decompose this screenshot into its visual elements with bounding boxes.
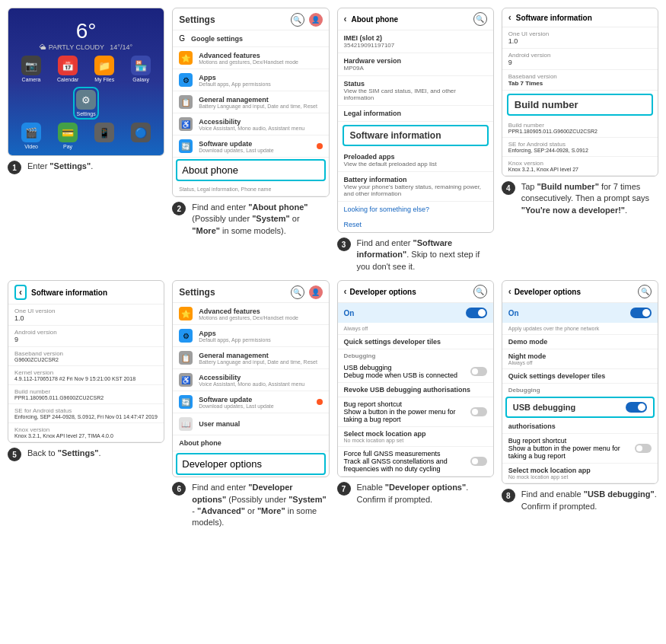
android-version-row: Android version 9 — [502, 49, 658, 70]
advanced-text: Advanced features Motions and gestures, … — [199, 52, 322, 65]
step-8-back-icon[interactable]: ‹ — [508, 286, 511, 297]
step-7-number: 7 — [337, 482, 351, 496]
s6-software-update[interactable]: 🔄 Software update Download updates, Last… — [173, 391, 328, 413]
s8-bug-title: Bug report shortcut — [508, 437, 635, 445]
s5-knox: Knox version Knox 3.2.1, Knox API level … — [8, 423, 164, 442]
developer-options-highlighted[interactable]: Developer options — [176, 453, 325, 475]
usb-toggle-on[interactable] — [626, 402, 647, 413]
accessibility-icon: ♿ — [179, 117, 193, 131]
step-6-user-icon[interactable]: 👤 — [309, 285, 323, 299]
s5-build: Build number PPR1.180905.011.G9600ZCU2CS… — [8, 385, 164, 404]
gnss-row[interactable]: Force full GNSS measurements Track all G… — [338, 447, 493, 477]
s6-general[interactable]: 📋 General management Battery Language an… — [173, 347, 328, 369]
s6-accessibility[interactable]: ♿ Accessibility Voice Assistant, Mono au… — [173, 369, 328, 391]
step-7-back-icon[interactable]: ‹ — [344, 286, 347, 297]
s8-mock-row[interactable]: Select mock location app No mock locatio… — [502, 464, 658, 483]
quick-settings-row[interactable]: Quick settings developer tiles — [338, 335, 493, 349]
general-text: General management Battery Language and … — [199, 96, 322, 109]
hw-value: MP09A — [344, 65, 487, 72]
bug-report-toggle[interactable] — [470, 407, 487, 416]
gnss-sub: Track all GNSS constellations and freque… — [344, 457, 470, 473]
s6-update-badge — [317, 399, 323, 405]
s6-apps[interactable]: ⚙ Apps Default apps, App permissions — [173, 325, 328, 347]
usb-highlighted-title: USB debugging — [513, 403, 576, 412]
sw-back-icon[interactable]: ‹ — [508, 12, 511, 23]
se-android-title: SE for Android status — [508, 141, 652, 148]
s5-android: Android version 9 — [8, 326, 164, 347]
software-info-highlighted[interactable]: Software information — [343, 125, 489, 146]
select-mock-row[interactable]: Select mock location app No mock locatio… — [338, 427, 493, 447]
s5-se-title: SE for Android status — [14, 407, 158, 414]
settings-about-phone-sub[interactable]: Status, Legal information, Phone name — [173, 183, 328, 196]
step-6-screen: Settings 🔍 👤 ⭐ Advanced features Motions… — [172, 280, 329, 477]
s8-quick-row[interactable]: Quick settings developer tiles — [502, 369, 658, 384]
revoke-row[interactable]: Revoke USB debugging authorisations — [338, 383, 493, 397]
search-icon[interactable]: 🔍 — [291, 13, 304, 27]
s6-advanced-icon: ⭐ — [179, 307, 193, 320]
build-number-highlighted[interactable]: Build number — [507, 94, 653, 116]
step-5-back-icon[interactable]: ‹ — [14, 285, 27, 300]
se-android-row: SE for Android status Enforcing, SEP:244… — [502, 138, 658, 157]
step-5-text: Back to "Settings". — [26, 448, 103, 459]
settings-apps[interactable]: ⚙ Apps Default apps, App permissions — [173, 69, 328, 91]
s8-auth-row[interactable]: authorisations — [502, 419, 658, 434]
battery-row[interactable]: Battery information View your phone's ba… — [338, 172, 493, 202]
settings-general[interactable]: 📋 General management Battery Language an… — [173, 91, 328, 113]
step-7-search-icon[interactable]: 🔍 — [473, 285, 487, 298]
gnss-title: Force full GNSS measurements — [344, 450, 470, 457]
s6-user-manual[interactable]: 📖 User manual — [173, 413, 328, 435]
step-6-header-icons: 🔍 👤 — [291, 285, 323, 299]
usb-debugging-highlighted[interactable]: USB debugging — [505, 397, 655, 418]
s8-bug-shortcut-row[interactable]: Bug report shortcut Show a button in the… — [502, 434, 658, 464]
home-app-camera: 📷 Camera — [14, 56, 48, 82]
debugging-label: Debugging — [338, 349, 493, 361]
s8-demo-title: Demo mode — [508, 338, 652, 346]
s6-about-phone[interactable]: About phone — [173, 435, 328, 451]
s8-night-row[interactable]: Night mode Always off — [502, 349, 658, 369]
back-arrow-icon[interactable]: ‹ — [344, 14, 347, 24]
s6-advanced[interactable]: ⭐ Advanced features Motions and gestures… — [173, 303, 328, 325]
gnss-toggle[interactable] — [470, 457, 487, 466]
settings-icon-highlight[interactable]: ⚙ Settings — [73, 87, 99, 120]
status-row[interactable]: Status View the SIM card status, IMEI, a… — [338, 76, 493, 106]
step-8-text: Find and enable "USB debugging". Confirm… — [520, 489, 658, 512]
usb-debug-toggle[interactable] — [470, 367, 487, 376]
developer-options-label: Developer options — [182, 458, 319, 470]
step-1-number: 1 — [8, 161, 21, 174]
step-6-settings: Settings 🔍 👤 ⭐ Advanced features Motions… — [173, 281, 328, 475]
s8-bug-toggle[interactable] — [635, 444, 652, 453]
s5-baseband-value: G9600ZCU2CSR2 — [14, 357, 158, 362]
settings-header: Settings 🔍 👤 — [173, 8, 328, 30]
step-2-screen: Settings 🔍 👤 G Google settings ⭐ — [172, 8, 329, 197]
settings-accessibility[interactable]: ♿ Accessibility Voice Assistant, Mono au… — [173, 113, 328, 135]
looking-link[interactable]: Looking for something else? — [338, 202, 493, 217]
dev-toggle-row[interactable]: On — [338, 303, 493, 323]
s5-knox-value: Knox 3.2.1, Knox API level 27, TIMA 4.0.… — [14, 433, 158, 438]
about-header: ‹ About phone 🔍 — [338, 8, 493, 30]
s8-dev-toggle[interactable] — [630, 308, 652, 318]
settings-google[interactable]: G Google settings — [173, 30, 328, 47]
s8-dev-toggle-row[interactable]: On — [502, 303, 658, 323]
google-icon: G — [179, 34, 185, 43]
about-search-icon[interactable]: 🔍 — [473, 12, 487, 26]
s6-sw-update-text: Software update Download updates, Last u… — [199, 396, 310, 409]
legal-row[interactable]: Legal information — [338, 106, 493, 122]
dev-toggle[interactable] — [466, 308, 487, 318]
step-8-search-icon[interactable]: 🔍 — [638, 285, 652, 298]
step-1-screen: 6° 🌥 PARTLY CLOUDY 14°/14° 📷 Camera 📅 Ca… — [8, 8, 164, 156]
step-8-screen: ‹ Developer options 🔍 On Apply updates o… — [502, 280, 658, 484]
s8-demo-row[interactable]: Demo mode — [502, 335, 658, 349]
step-2-number: 2 — [172, 202, 186, 215]
about-phone-highlighted[interactable]: About phone — [176, 159, 325, 181]
settings-software-update[interactable]: 🔄 Software update Download updates, Last… — [173, 135, 328, 158]
one-ui-title: One UI version — [508, 30, 652, 37]
preloaded-row[interactable]: Preloaded apps View the default preloade… — [338, 149, 493, 172]
usb-debug-row[interactable]: USB debugging Debug mode when USB is con… — [338, 361, 493, 383]
bug-report-row[interactable]: Bug report shortcut Show a button in the… — [338, 397, 493, 427]
settings-advanced[interactable]: ⭐ Advanced features Motions and gestures… — [173, 47, 328, 69]
about-title: About phone — [352, 15, 399, 24]
step-7-dev-header-left: ‹ Developer options — [344, 286, 416, 297]
reset-link[interactable]: Reset — [338, 217, 493, 232]
step-6-search-icon[interactable]: 🔍 — [291, 285, 304, 299]
user-icon[interactable]: 👤 — [309, 13, 323, 27]
